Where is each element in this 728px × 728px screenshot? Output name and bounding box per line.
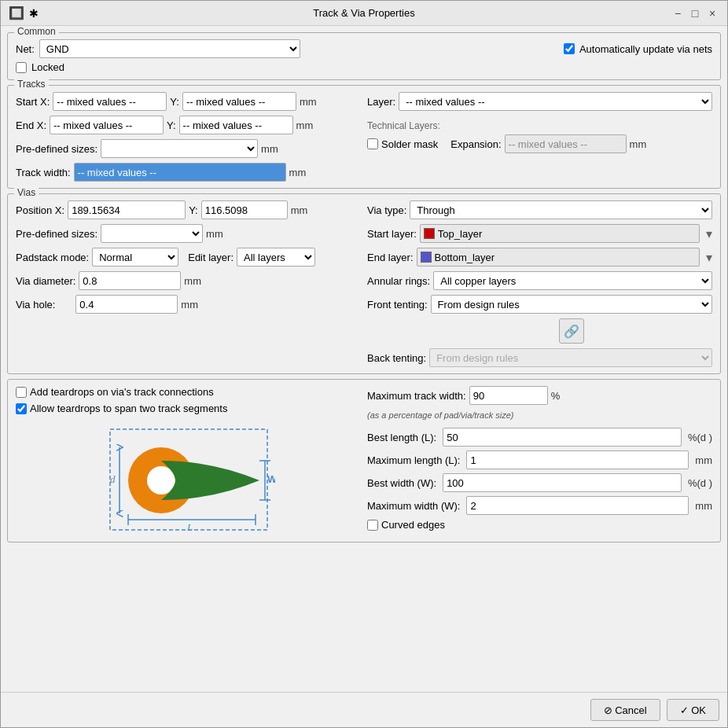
- annular-rings-select[interactable]: All copper layers: [433, 271, 712, 290]
- best-length-label: Best length (L):: [367, 432, 436, 443]
- edit-layer-label: Edit layer:: [188, 252, 233, 263]
- via-predefined-row: Pre-defined sizes: mm: [16, 224, 361, 243]
- via-type-select[interactable]: Through: [410, 200, 712, 219]
- annular-rings-label: Annular rings:: [367, 275, 430, 287]
- max-width-input[interactable]: 2: [466, 496, 689, 515]
- common-section: Common Net: GND Automatically update via…: [7, 32, 721, 80]
- pos-x-input[interactable]: 189.15634: [68, 200, 186, 219]
- solder-mask-checkbox[interactable]: [367, 138, 378, 149]
- curved-edges-row: Curved edges: [367, 519, 712, 531]
- end-layer-label: End layer:: [367, 252, 414, 263]
- teardrop-diagram-container: d W L: [16, 425, 361, 535]
- track-width-note: (as a percentage of pad/via/track size): [367, 409, 712, 421]
- via-predefined-label: Pre-defined sizes:: [16, 228, 97, 240]
- cancel-button[interactable]: ⊘ Cancel: [590, 699, 660, 721]
- tracks-columns: Start X: -- mixed values -- Y: -- mixed …: [16, 92, 712, 182]
- title-bar: 🔲 ✱ Track & Via Properties − □ ×: [1, 1, 727, 26]
- maximize-button[interactable]: □: [688, 6, 702, 20]
- add-teardrops-checkbox[interactable]: [16, 387, 27, 398]
- back-tenting-row: Back tenting: From design rules: [367, 348, 712, 367]
- front-tenting-select[interactable]: From design rules: [431, 295, 712, 314]
- best-width-input[interactable]: 100: [443, 473, 682, 492]
- padstack-mode-select[interactable]: Normal: [92, 248, 178, 267]
- tracks-left: Start X: -- mixed values -- Y: -- mixed …: [16, 92, 361, 182]
- via-predefined-select[interactable]: [101, 224, 203, 243]
- via-type-label: Via type:: [367, 204, 406, 216]
- dialog-content: Common Net: GND Automatically update via…: [1, 26, 727, 692]
- technical-layers-row: Technical Layers:: [367, 120, 712, 131]
- best-width-unit: %(d ): [688, 477, 712, 489]
- locked-row: Locked: [16, 61, 712, 73]
- front-tenting-row: Front tenting: From design rules: [367, 295, 712, 314]
- link-button[interactable]: 🔗: [559, 318, 584, 344]
- dialog-title: Track & Via Properties: [313, 7, 414, 19]
- track-end-row: End X: -- mixed values -- Y: -- mixed va…: [16, 116, 361, 134]
- track-width-note-text: (as a percentage of pad/via/track size): [367, 410, 513, 420]
- end-y-input[interactable]: -- mixed values --: [179, 116, 293, 134]
- add-teardrops-label: Add teardrops on via's track connections: [30, 386, 214, 398]
- front-tenting-label: Front tenting:: [367, 299, 428, 311]
- dialog: 🔲 ✱ Track & Via Properties − □ × Common …: [0, 0, 728, 728]
- track-width-row: Track width: -- mixed values -- mm: [16, 163, 361, 182]
- pos-y-label: Y:: [189, 204, 198, 216]
- edit-layer-select[interactable]: All layers: [237, 248, 315, 267]
- end-layer-row: End layer: Bottom_layer ▾: [367, 248, 712, 267]
- teardrops-right: Maximum track width: 90 % (as a percenta…: [367, 386, 712, 535]
- solder-mask-row: Solder mask Expansion: -- mixed values -…: [367, 134, 712, 153]
- max-track-width-input[interactable]: 90: [469, 386, 548, 405]
- max-track-width-label: Maximum track width:: [367, 390, 466, 402]
- back-tenting-select[interactable]: From design rules: [429, 348, 712, 367]
- common-section-label: Common: [14, 26, 59, 37]
- minimize-button[interactable]: −: [671, 6, 685, 20]
- best-length-input[interactable]: 50: [443, 428, 682, 447]
- track-width-input[interactable]: -- mixed values --: [74, 163, 286, 182]
- predefined-sizes-label: Pre-defined sizes:: [16, 143, 97, 155]
- start-x-label: Start X:: [16, 96, 50, 108]
- track-predefined-row: Pre-defined sizes: mm: [16, 139, 361, 158]
- add-teardrops-row: Add teardrops on via's track connections: [16, 386, 361, 398]
- vias-section-label: Vias: [14, 187, 39, 198]
- teardrops-section: Add teardrops on via's track connections…: [7, 379, 721, 542]
- via-diameter-input[interactable]: 0.8: [79, 271, 181, 290]
- start-y-input[interactable]: -- mixed values --: [182, 92, 296, 111]
- track-width-label: Track width:: [16, 167, 71, 178]
- window-controls: − □ ×: [671, 6, 719, 20]
- best-length-unit: %(d ): [688, 432, 712, 443]
- locked-checkbox[interactable]: [16, 62, 27, 73]
- layer-row: Layer: -- mixed values --: [367, 92, 712, 111]
- allow-teardrops-row: Allow teardrops to span two track segmen…: [16, 403, 361, 414]
- pos-y-input[interactable]: 116.5098: [201, 200, 288, 219]
- link-row: 🔗: [367, 318, 712, 344]
- allow-teardrops-checkbox[interactable]: [16, 403, 27, 414]
- start-layer-color: [424, 228, 435, 239]
- pos-x-label: Position X:: [16, 204, 64, 216]
- predefined-sizes-select[interactable]: [101, 139, 258, 158]
- via-predefined-unit: mm: [206, 228, 223, 240]
- auto-update-checkbox[interactable]: [564, 43, 575, 54]
- title-bar-left: 🔲 ✱: [9, 6, 39, 20]
- back-tenting-label: Back tenting:: [367, 352, 426, 364]
- ok-button[interactable]: ✓ OK: [667, 699, 719, 721]
- start-x-input[interactable]: -- mixed values --: [53, 92, 167, 111]
- end-x-input[interactable]: -- mixed values --: [50, 116, 164, 134]
- tracks-section: Tracks Start X: -- mixed values -- Y: --…: [7, 85, 721, 189]
- close-button[interactable]: ×: [705, 6, 719, 20]
- curved-edges-checkbox[interactable]: [367, 520, 378, 531]
- via-diameter-unit: mm: [184, 275, 201, 287]
- via-type-row: Via type: Through: [367, 200, 712, 219]
- layer-label: Layer:: [367, 96, 395, 108]
- vias-columns: Position X: 189.15634 Y: 116.5098 mm Pre…: [16, 200, 712, 367]
- expansion-unit: mm: [630, 138, 647, 150]
- via-hole-input[interactable]: 0.4: [75, 295, 178, 314]
- net-select[interactable]: GND: [39, 39, 301, 58]
- best-width-label: Best width (W):: [367, 477, 436, 489]
- max-length-input[interactable]: 1: [466, 450, 689, 469]
- tracks-right: Layer: -- mixed values -- Technical Laye…: [367, 92, 712, 182]
- expansion-label: Expansion:: [450, 138, 501, 150]
- via-diameter-row: Via diameter: 0.8 mm: [16, 271, 361, 290]
- svg-text:d: d: [110, 473, 116, 485]
- end-x-label: End X:: [16, 119, 46, 131]
- layer-select[interactable]: -- mixed values --: [399, 92, 712, 111]
- teardrop-diagram: d W L: [102, 425, 275, 535]
- max-track-width-row: Maximum track width: 90 %: [367, 386, 712, 405]
